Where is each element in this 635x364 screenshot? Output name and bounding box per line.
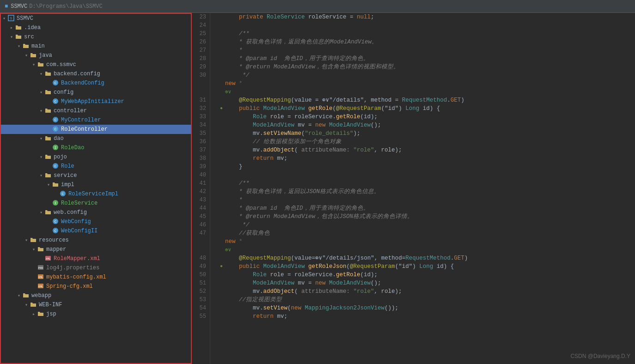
- code-line: ModelAndView mv = new ModelAndView();: [218, 121, 628, 129]
- code-text: @RequestMapping(value=⊕∨"/details/json",…: [225, 254, 468, 262]
- code-line: //指定视图类型: [218, 296, 628, 304]
- tree-item-webapp[interactable]: webapp: [1, 291, 191, 300]
- tree-item-WebConfig[interactable]: CWebConfig: [1, 217, 191, 226]
- tree-item-RoleServiceImpl[interactable]: CRoleServiceImpl: [1, 189, 191, 199]
- tree-item-config[interactable]: config: [1, 88, 191, 97]
- tree-item-controller[interactable]: controller: [1, 106, 191, 115]
- line-number: [195, 88, 206, 96]
- tree-arrow: [38, 154, 44, 160]
- code-line: * 获取角色详情，返回以JSON格式表示的角色信息。: [218, 188, 628, 196]
- tree-item-BackendConfig[interactable]: CBackendConfig: [1, 79, 191, 88]
- code-lines: private RoleService roleService = null; …: [210, 13, 635, 364]
- line-number: 29: [195, 63, 206, 71]
- svg-text:C: C: [62, 192, 64, 196]
- tree-item-RoleMapper.xml[interactable]: XMLRoleMapper.xml: [1, 254, 191, 263]
- tree-label: BackendConfig: [61, 80, 104, 86]
- line-number: 38: [195, 154, 206, 163]
- code-line: private RoleService roleService = null;: [218, 13, 628, 21]
- code-line: Role role = roleService.getRole(id);: [218, 271, 628, 279]
- tree-item-impl[interactable]: impl: [1, 180, 191, 189]
- tree-arrow: [16, 293, 22, 298]
- file-icon: [37, 310, 44, 318]
- svg-text:C: C: [55, 219, 57, 224]
- tree-arrow: [38, 90, 44, 95]
- line-number: 30: [195, 71, 206, 79]
- tree-item-WebConfigII[interactable]: CWebConfigII: [1, 226, 191, 236]
- code-line: ⊕∨: [218, 88, 628, 96]
- file-icon: [15, 24, 22, 31]
- file-icon: [22, 292, 30, 299]
- file-icon: C: [59, 190, 67, 198]
- svg-text:I: I: [55, 146, 57, 150]
- code-text: * @return ModelAndView，包含以JSON格式表示的角色详情。: [225, 212, 413, 221]
- line-number: 54: [195, 304, 206, 312]
- tree-item-resources[interactable]: resources: [1, 236, 191, 245]
- file-icon: [52, 181, 59, 188]
- project-path: D:\Programs\Java\SSMVC: [29, 3, 102, 10]
- tree-item-mapper[interactable]: mapper: [1, 245, 191, 254]
- line-number: 35: [195, 129, 206, 138]
- tree-item-src[interactable]: src: [1, 32, 191, 42]
- tree-item-Role[interactable]: CRole: [1, 162, 191, 171]
- tree-item-ssmvc[interactable]: SSSMVC: [1, 14, 191, 23]
- code-line: * @param id 角色ID，用于查询特定的角色。: [218, 204, 628, 212]
- code-text: Role role = roleService.getRole(id);: [225, 271, 378, 279]
- tree-item-pojo[interactable]: pojo: [1, 152, 191, 162]
- tree-arrow: [38, 173, 44, 178]
- svg-text:PRO: PRO: [38, 267, 43, 270]
- code-line: [218, 21, 628, 30]
- tree-arrow: [31, 311, 37, 317]
- code-text: [225, 171, 229, 179]
- tree-item-Spring-cfg.xml[interactable]: XMLSpring-cfg.xml: [1, 282, 191, 291]
- tree-item-backend.config[interactable]: backend.config: [1, 69, 191, 79]
- file-icon: [44, 153, 52, 161]
- tree-item-log4j.properties[interactable]: PROlog4j.properties: [1, 263, 191, 273]
- file-icon: C: [52, 79, 59, 87]
- tree-item-RoleDao[interactable]: IRoleDao: [1, 143, 191, 152]
- tree-label: backend.config: [54, 71, 100, 77]
- code-text: ⊕∨: [225, 246, 231, 254]
- file-icon: [37, 61, 44, 68]
- tree-arrow: [23, 302, 30, 308]
- tree-item-MyController[interactable]: CMyController: [1, 115, 191, 125]
- code-text: }: [225, 163, 243, 171]
- tree-item-WEB-INF[interactable]: WEB-INF: [1, 300, 191, 309]
- code-line: mv.addObject( attributeName: "role", rol…: [218, 287, 628, 296]
- file-icon: [44, 107, 52, 115]
- tree-item-RoleService[interactable]: IRoleService: [1, 199, 191, 208]
- tree-item-web.config[interactable]: web.config: [1, 208, 191, 217]
- tree-item-dao[interactable]: dao: [1, 134, 191, 143]
- tree-item-java[interactable]: java: [1, 51, 191, 60]
- code-line: * 获取角色详情，返回角色信息的ModelAndView。: [218, 38, 628, 46]
- code-text: * @param id 角色ID，用于查询特定的角色。: [225, 55, 369, 63]
- tree-item-jsp[interactable]: jsp: [1, 309, 191, 319]
- code-text: mv.setView(new MappingJackson2JsonView()…: [225, 304, 398, 312]
- tree-item-idea[interactable]: .idea: [1, 23, 191, 32]
- file-icon: XML: [37, 273, 44, 281]
- tree-item-MyWebAppInitializer[interactable]: CMyWebAppInitializer: [1, 97, 191, 106]
- project-icon: ■: [5, 3, 8, 10]
- tree-arrow: [45, 182, 52, 188]
- file-icon: [44, 135, 52, 142]
- file-icon: C: [52, 98, 59, 105]
- code-text: */: [225, 71, 250, 79]
- tree-item-service[interactable]: service: [1, 171, 191, 180]
- file-icon: C: [52, 163, 59, 170]
- file-icon: C: [52, 126, 59, 133]
- tree-item-main[interactable]: main: [1, 42, 191, 51]
- tree-item-mybatis-config.xml[interactable]: XMLmybatis-config.xml: [1, 273, 191, 282]
- line-number: 45: [195, 212, 206, 221]
- code-editor[interactable]: 2324252627282930313233343536373839404142…: [192, 13, 635, 364]
- tree-item-com.ssmvc[interactable]: com.ssmvc: [1, 60, 191, 69]
- code-line: // 给数据模型添加一个角色对象: [218, 138, 628, 146]
- svg-text:S: S: [10, 16, 12, 20]
- svg-text:XML: XML: [46, 257, 51, 261]
- tree-label: MyController: [61, 117, 101, 123]
- tree-item-RoleController[interactable]: CRoleController: [1, 125, 191, 134]
- line-number: 33: [195, 113, 206, 121]
- line-icon: ●: [218, 262, 225, 271]
- tree-label: WebConfigII: [61, 228, 98, 234]
- line-number: 53: [195, 296, 206, 304]
- tree-label: SSMVC: [17, 15, 33, 22]
- line-number: 42: [195, 188, 206, 196]
